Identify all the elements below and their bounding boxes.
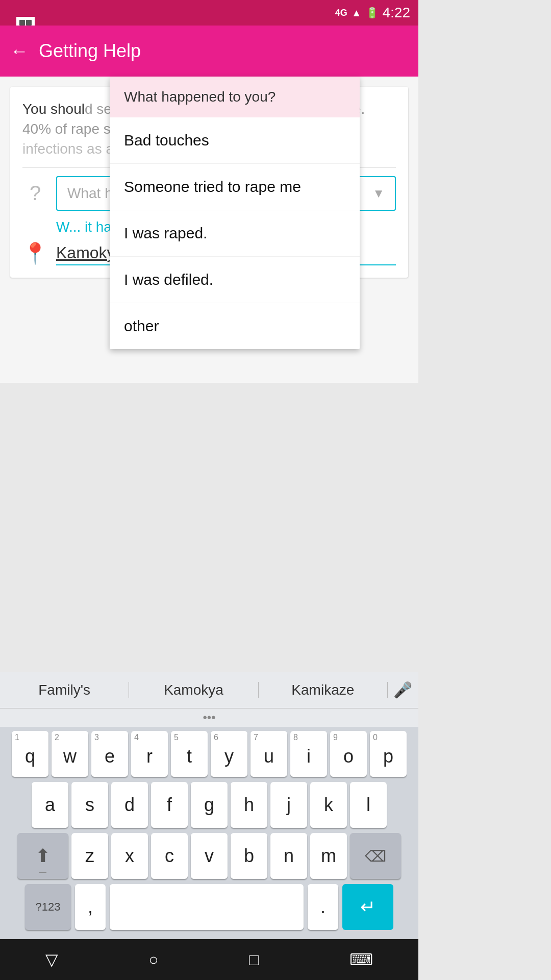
key-q[interactable]: 1q: [12, 731, 48, 777]
suggestion-dots: •••: [0, 708, 418, 727]
signal-icon: ▲: [352, 7, 362, 19]
key-o[interactable]: 9o: [330, 731, 367, 777]
shift-key[interactable]: ⬆ —: [17, 833, 68, 879]
key-m[interactable]: m: [310, 833, 347, 879]
key-v[interactable]: v: [191, 833, 228, 879]
network-type: 4G: [335, 8, 347, 18]
backspace-key[interactable]: ⌫: [350, 833, 401, 879]
dropdown-item-tried-rape[interactable]: Someone tried to rape me: [110, 164, 360, 210]
dropdown-header: What happened to you?: [110, 77, 360, 117]
key-g[interactable]: g: [191, 782, 228, 828]
suggestion-kamikaze[interactable]: Kamikaze: [259, 682, 388, 698]
dropdown-overlay: What happened to you? Bad touches Someon…: [110, 77, 360, 349]
status-icons: 4G ▲ 🔋 4:22: [335, 5, 410, 21]
suggestion-kamokya[interactable]: Kamokya: [129, 682, 258, 698]
location-pin-icon: 📍: [22, 241, 48, 265]
key-h[interactable]: h: [231, 782, 267, 828]
keyboard: Family's Kamokya Kamikaze 🎤 ••• 1q 2w 3e…: [0, 672, 418, 939]
comma-key[interactable]: ,: [75, 884, 106, 930]
key-row-1: 1q 2w 3e 4r 5t 6y 7u 8i 9o 0p: [2, 731, 416, 777]
key-k[interactable]: k: [310, 782, 347, 828]
back-button[interactable]: ←: [10, 40, 29, 62]
status-bar: 4G ▲ 🔋 4:22: [0, 0, 418, 26]
battery-icon: 🔋: [366, 7, 379, 19]
nav-recents-icon[interactable]: □: [249, 950, 259, 969]
key-t[interactable]: 5t: [171, 731, 208, 777]
status-time: 4:22: [383, 5, 411, 21]
key-p[interactable]: 0p: [370, 731, 407, 777]
period-key[interactable]: .: [308, 884, 338, 930]
chevron-down-icon: ▼: [372, 186, 385, 201]
symbols-key[interactable]: ?123: [25, 884, 71, 930]
space-key[interactable]: [110, 884, 304, 930]
dropdown-header-text: What happened to you?: [124, 89, 276, 105]
key-s[interactable]: s: [71, 782, 108, 828]
key-l[interactable]: l: [350, 782, 387, 828]
key-a[interactable]: a: [32, 782, 68, 828]
key-e[interactable]: 3e: [91, 731, 128, 777]
main-content: You should seek medication care as soon …: [0, 77, 418, 383]
key-row-2: a s d f g h j k l: [2, 782, 416, 828]
dropdown-item-raped[interactable]: I was raped.: [110, 210, 360, 257]
key-y[interactable]: 6y: [211, 731, 247, 777]
dropdown-item-defiled[interactable]: I was defiled.: [110, 257, 360, 303]
question-icon: ?: [22, 182, 48, 205]
key-row-4: ?123 , . ↵: [2, 884, 416, 930]
app-bar: ← Getting Help: [0, 26, 418, 77]
key-d[interactable]: d: [111, 782, 148, 828]
key-i[interactable]: 8i: [290, 731, 327, 777]
suggestions-row: Family's Kamokya Kamikaze 🎤: [0, 672, 418, 708]
key-b[interactable]: b: [231, 833, 267, 879]
mic-icon[interactable]: 🎤: [388, 681, 418, 699]
key-x[interactable]: x: [111, 833, 148, 879]
key-u[interactable]: 7u: [251, 731, 287, 777]
key-n[interactable]: n: [270, 833, 307, 879]
key-f[interactable]: f: [151, 782, 188, 828]
key-rows: 1q 2w 3e 4r 5t 6y 7u 8i 9o 0p a s d f g …: [0, 727, 418, 939]
page-title: Getting Help: [39, 40, 141, 62]
dropdown-item-other[interactable]: other: [110, 303, 360, 349]
suggestion-familys[interactable]: Family's: [0, 682, 129, 698]
key-w[interactable]: 2w: [52, 731, 88, 777]
nav-back-icon[interactable]: ▽: [45, 950, 58, 969]
key-r[interactable]: 4r: [131, 731, 168, 777]
return-key[interactable]: ↵: [342, 884, 393, 930]
dropdown-item-bad-touches[interactable]: Bad touches: [110, 117, 360, 164]
nav-home-icon[interactable]: ○: [148, 950, 158, 969]
key-z[interactable]: z: [71, 833, 108, 879]
nav-keyboard-icon[interactable]: ⌨: [349, 950, 373, 969]
nav-bar: ▽ ○ □ ⌨: [0, 939, 418, 980]
key-j[interactable]: j: [270, 782, 307, 828]
key-c[interactable]: c: [151, 833, 188, 879]
key-row-3: ⬆ — z x c v b n m ⌫: [2, 833, 416, 879]
